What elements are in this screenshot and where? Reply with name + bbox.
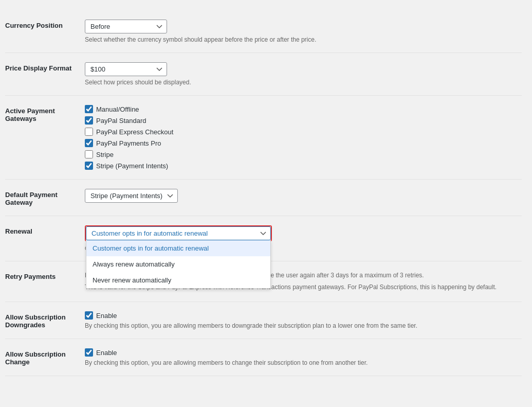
price-display-format-label: Price Display Format bbox=[5, 62, 85, 72]
subscription-downgrades-description: By checking this option, you are allowin… bbox=[85, 322, 522, 329]
currency-position-label: Currency Position bbox=[5, 20, 85, 29]
gateway-paypal-express-checkbox[interactable] bbox=[85, 128, 93, 136]
retry-payments-label: Retry Payments bbox=[5, 271, 85, 280]
gateway-stripe-checkbox[interactable] bbox=[85, 150, 93, 158]
gateway-manual-label[interactable]: Manual/Offline bbox=[96, 105, 139, 113]
active-payment-gateways-label: Active Payment Gateways bbox=[5, 105, 85, 122]
subscription-change-checkbox-label[interactable]: Enable bbox=[96, 349, 117, 357]
subscription-change-row: Allow Subscription Change Enable By chec… bbox=[5, 339, 522, 376]
gateway-paypal-pro-checkbox[interactable] bbox=[85, 139, 93, 147]
subscription-change-label: Allow Subscription Change bbox=[5, 348, 85, 366]
gateway-stripe-intents-checkbox[interactable] bbox=[85, 162, 93, 170]
renewal-content: Customer opts in for automatic renewal A… bbox=[85, 225, 522, 252]
renewal-option-always[interactable]: Always renew automatically bbox=[86, 256, 270, 272]
subscription-downgrades-checkbox-label[interactable]: Enable bbox=[96, 312, 117, 320]
price-display-format-row: Price Display Format $100 $100.00 100 US… bbox=[5, 53, 522, 96]
renewal-select[interactable]: Customer opts in for automatic renewal A… bbox=[86, 226, 271, 240]
renewal-select-wrapper: Customer opts in for automatic renewal A… bbox=[85, 225, 272, 241]
subscription-change-content: Enable By checking this option, you are … bbox=[85, 348, 522, 366]
gateway-paypal-standard-checkbox[interactable] bbox=[85, 116, 93, 125]
subscription-change-description: By checking this option, you are allowin… bbox=[85, 359, 522, 366]
price-display-format-select[interactable]: $100 $100.00 100 USD bbox=[85, 62, 167, 76]
default-payment-gateway-row: Default Payment Gateway Manual/Offline P… bbox=[5, 180, 522, 216]
active-payment-gateways-row: Active Payment Gateways Manual/Offline P… bbox=[5, 96, 522, 180]
renewal-dropdown: Customer opts in for automatic renewal A… bbox=[86, 240, 271, 289]
currency-position-row: Currency Position Before After Select wh… bbox=[5, 10, 522, 53]
gateway-paypal-standard-label[interactable]: PayPal Standard bbox=[96, 117, 146, 125]
renewal-option-opt-in[interactable]: Customer opts in for automatic renewal bbox=[86, 240, 270, 256]
gateway-paypal-pro-item: PayPal Payments Pro bbox=[85, 139, 522, 147]
gateway-manual-item: Manual/Offline bbox=[85, 105, 522, 113]
subscription-downgrades-checkbox[interactable] bbox=[85, 311, 93, 320]
gateway-paypal-express-item: PayPal Express Checkout bbox=[85, 128, 522, 136]
subscription-downgrades-row: Allow Subscription Downgrades Enable By … bbox=[5, 302, 522, 339]
default-payment-gateway-label: Default Payment Gateway bbox=[5, 189, 85, 206]
active-payment-gateways-content: Manual/Offline PayPal Standard PayPal Ex… bbox=[85, 105, 522, 170]
default-payment-gateway-content: Manual/Offline PayPal Standard PayPal Pa… bbox=[85, 189, 522, 203]
price-display-format-description: Select how prices should be displayed. bbox=[85, 79, 522, 86]
subscription-downgrades-label: Allow Subscription Downgrades bbox=[5, 311, 85, 329]
gateway-checkbox-group: Manual/Offline PayPal Standard PayPal Ex… bbox=[85, 105, 522, 170]
renewal-row: Renewal Customer opts in for automatic r… bbox=[5, 216, 522, 261]
currency-position-description: Select whether the currency symbol shoul… bbox=[85, 36, 522, 43]
gateway-paypal-pro-label[interactable]: PayPal Payments Pro bbox=[96, 139, 161, 147]
gateway-paypal-express-label[interactable]: PayPal Express Checkout bbox=[96, 128, 173, 136]
renewal-label: Renewal bbox=[5, 225, 85, 235]
subscription-change-checkbox[interactable] bbox=[85, 348, 93, 357]
gateway-stripe-intents-item: Stripe (Payment Intents) bbox=[85, 162, 522, 170]
currency-position-content: Before After Select whether the currency… bbox=[85, 20, 522, 43]
default-payment-gateway-select[interactable]: Manual/Offline PayPal Standard PayPal Pa… bbox=[85, 189, 178, 203]
price-display-format-content: $100 $100.00 100 USD Select how prices s… bbox=[85, 62, 522, 86]
gateway-paypal-standard-item: PayPal Standard bbox=[85, 116, 522, 125]
currency-position-select[interactable]: Before After bbox=[85, 20, 167, 33]
gateway-stripe-intents-label[interactable]: Stripe (Payment Intents) bbox=[96, 162, 168, 170]
renewal-option-never[interactable]: Never renew automatically bbox=[86, 272, 270, 288]
gateway-manual-checkbox[interactable] bbox=[85, 105, 93, 113]
gateway-stripe-label[interactable]: Stripe bbox=[96, 151, 114, 158]
subscription-downgrades-content: Enable By checking this option, you are … bbox=[85, 311, 522, 329]
subscription-downgrades-checkbox-item: Enable bbox=[85, 311, 522, 320]
subscription-change-checkbox-item: Enable bbox=[85, 348, 522, 357]
gateway-stripe-item: Stripe bbox=[85, 150, 522, 158]
